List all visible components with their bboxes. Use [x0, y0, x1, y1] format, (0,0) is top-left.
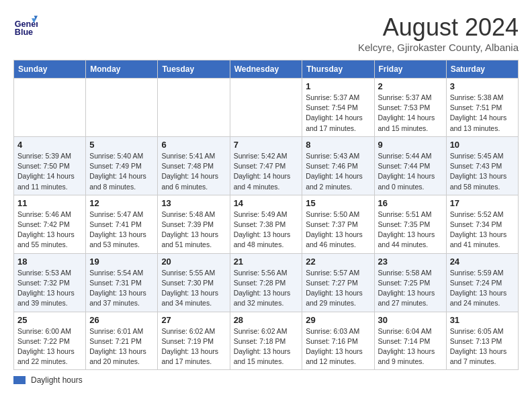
calendar-day-header: Thursday: [302, 60, 374, 79]
day-detail: Sunrise: 6:04 AM Sunset: 7:14 PM Dayligh…: [378, 326, 443, 367]
calendar-day-cell: 26Sunrise: 6:01 AM Sunset: 7:21 PM Dayli…: [86, 312, 158, 370]
day-detail: Sunrise: 5:43 AM Sunset: 7:46 PM Dayligh…: [306, 151, 370, 192]
calendar-day-cell: 7Sunrise: 5:42 AM Sunset: 7:47 PM Daylig…: [230, 136, 302, 195]
calendar-day-cell: 16Sunrise: 5:51 AM Sunset: 7:35 PM Dayli…: [374, 195, 446, 253]
calendar-day-cell: 6Sunrise: 5:41 AM Sunset: 7:48 PM Daylig…: [158, 136, 230, 195]
calendar-day-header: Saturday: [446, 60, 518, 79]
day-number: 17: [450, 198, 515, 208]
day-detail: Sunrise: 6:01 AM Sunset: 7:21 PM Dayligh…: [89, 326, 154, 367]
calendar-day-header: Friday: [374, 60, 446, 79]
day-detail: Sunrise: 5:53 AM Sunset: 7:32 PM Dayligh…: [17, 268, 82, 309]
day-number: 3: [450, 81, 515, 91]
day-number: 2: [378, 81, 443, 91]
day-detail: Sunrise: 6:02 AM Sunset: 7:19 PM Dayligh…: [161, 326, 226, 367]
day-detail: Sunrise: 5:48 AM Sunset: 7:39 PM Dayligh…: [161, 210, 226, 250]
calendar-day-cell: 4Sunrise: 5:39 AM Sunset: 7:50 PM Daylig…: [14, 136, 86, 195]
day-number: 1: [306, 81, 370, 91]
day-number: 19: [89, 257, 154, 267]
day-detail: Sunrise: 5:45 AM Sunset: 7:43 PM Dayligh…: [450, 151, 515, 192]
calendar-day-cell: 8Sunrise: 5:43 AM Sunset: 7:46 PM Daylig…: [302, 136, 374, 195]
day-detail: Sunrise: 6:05 AM Sunset: 7:13 PM Dayligh…: [450, 326, 515, 367]
calendar-day-cell: 5Sunrise: 5:40 AM Sunset: 7:49 PM Daylig…: [86, 136, 158, 195]
day-number: 16: [378, 198, 443, 208]
calendar-day-cell: 12Sunrise: 5:47 AM Sunset: 7:41 PM Dayli…: [86, 195, 158, 253]
calendar-table: SundayMondayTuesdayWednesdayThursdayFrid…: [13, 60, 519, 370]
calendar-header-row: SundayMondayTuesdayWednesdayThursdayFrid…: [14, 60, 519, 79]
legend-area: Daylight hours: [13, 375, 519, 385]
calendar-day-header: Tuesday: [158, 60, 230, 79]
day-detail: Sunrise: 5:50 AM Sunset: 7:37 PM Dayligh…: [306, 210, 370, 250]
day-number: 7: [234, 140, 299, 150]
calendar-day-cell: 30Sunrise: 6:04 AM Sunset: 7:14 PM Dayli…: [374, 312, 446, 370]
day-number: 28: [234, 315, 299, 325]
day-number: 13: [161, 198, 226, 208]
calendar-week-row: 1Sunrise: 5:37 AM Sunset: 7:54 PM Daylig…: [14, 79, 519, 137]
calendar-day-header: Wednesday: [230, 60, 302, 79]
calendar-day-cell: 1Sunrise: 5:37 AM Sunset: 7:54 PM Daylig…: [302, 79, 374, 137]
calendar-day-header: Monday: [86, 60, 158, 79]
calendar-week-row: 4Sunrise: 5:39 AM Sunset: 7:50 PM Daylig…: [14, 136, 519, 195]
day-number: 8: [306, 140, 370, 150]
day-number: 21: [234, 257, 299, 267]
page-header: General Blue August 2024 Kelcyre, Gjirok…: [13, 13, 519, 53]
day-number: 5: [89, 140, 154, 150]
day-number: 24: [450, 257, 515, 267]
day-detail: Sunrise: 5:47 AM Sunset: 7:41 PM Dayligh…: [89, 210, 154, 250]
day-number: 18: [17, 257, 82, 267]
day-number: 22: [306, 257, 370, 267]
day-detail: Sunrise: 5:40 AM Sunset: 7:49 PM Dayligh…: [89, 151, 154, 192]
calendar-day-cell: 25Sunrise: 6:00 AM Sunset: 7:22 PM Dayli…: [14, 312, 86, 370]
calendar-day-cell: 20Sunrise: 5:55 AM Sunset: 7:30 PM Dayli…: [158, 253, 230, 312]
day-number: 9: [378, 140, 443, 150]
calendar-day-cell: [158, 79, 230, 137]
day-number: 15: [306, 198, 370, 208]
day-number: 26: [89, 315, 154, 325]
day-number: 12: [89, 198, 154, 208]
day-detail: Sunrise: 5:41 AM Sunset: 7:48 PM Dayligh…: [161, 151, 226, 192]
calendar-day-cell: 17Sunrise: 5:52 AM Sunset: 7:34 PM Dayli…: [446, 195, 518, 253]
calendar-day-cell: 9Sunrise: 5:44 AM Sunset: 7:44 PM Daylig…: [374, 136, 446, 195]
legend-color-box: [13, 376, 26, 384]
day-detail: Sunrise: 5:58 AM Sunset: 7:25 PM Dayligh…: [378, 268, 443, 309]
calendar-day-cell: 11Sunrise: 5:46 AM Sunset: 7:42 PM Dayli…: [14, 195, 86, 253]
day-detail: Sunrise: 5:37 AM Sunset: 7:54 PM Dayligh…: [306, 93, 370, 134]
day-detail: Sunrise: 5:55 AM Sunset: 7:30 PM Dayligh…: [161, 268, 226, 309]
calendar-day-cell: 10Sunrise: 5:45 AM Sunset: 7:43 PM Dayli…: [446, 136, 518, 195]
day-detail: Sunrise: 5:38 AM Sunset: 7:51 PM Dayligh…: [450, 93, 515, 134]
day-detail: Sunrise: 5:44 AM Sunset: 7:44 PM Dayligh…: [378, 151, 443, 192]
calendar-body: 1Sunrise: 5:37 AM Sunset: 7:54 PM Daylig…: [14, 79, 519, 370]
calendar-day-header: Sunday: [14, 60, 86, 79]
calendar-week-row: 11Sunrise: 5:46 AM Sunset: 7:42 PM Dayli…: [14, 195, 519, 253]
day-detail: Sunrise: 5:52 AM Sunset: 7:34 PM Dayligh…: [450, 210, 515, 250]
calendar-day-cell: 13Sunrise: 5:48 AM Sunset: 7:39 PM Dayli…: [158, 195, 230, 253]
calendar-day-cell: 27Sunrise: 6:02 AM Sunset: 7:19 PM Dayli…: [158, 312, 230, 370]
calendar-day-cell: 3Sunrise: 5:38 AM Sunset: 7:51 PM Daylig…: [446, 79, 518, 137]
calendar-day-cell: 21Sunrise: 5:56 AM Sunset: 7:28 PM Dayli…: [230, 253, 302, 312]
calendar-day-cell: 18Sunrise: 5:53 AM Sunset: 7:32 PM Dayli…: [14, 253, 86, 312]
day-number: 23: [378, 257, 443, 267]
calendar-day-cell: [14, 79, 86, 137]
subtitle: Kelcyre, Gjirokaster County, Albania: [358, 42, 519, 53]
day-detail: Sunrise: 6:02 AM Sunset: 7:18 PM Dayligh…: [234, 326, 299, 367]
day-number: 6: [161, 140, 226, 150]
svg-text:Blue: Blue: [15, 28, 33, 37]
day-detail: Sunrise: 5:49 AM Sunset: 7:38 PM Dayligh…: [234, 210, 299, 250]
day-detail: Sunrise: 5:59 AM Sunset: 7:24 PM Dayligh…: [450, 268, 515, 309]
day-detail: Sunrise: 6:03 AM Sunset: 7:16 PM Dayligh…: [306, 326, 370, 367]
title-area: August 2024 Kelcyre, Gjirokaster County,…: [358, 13, 519, 53]
day-number: 30: [378, 315, 443, 325]
main-title: August 2024: [358, 13, 519, 42]
calendar-day-cell: 23Sunrise: 5:58 AM Sunset: 7:25 PM Dayli…: [374, 253, 446, 312]
day-number: 25: [17, 315, 82, 325]
calendar-day-cell: 31Sunrise: 6:05 AM Sunset: 7:13 PM Dayli…: [446, 312, 518, 370]
day-number: 10: [450, 140, 515, 150]
calendar-day-cell: 2Sunrise: 5:37 AM Sunset: 7:53 PM Daylig…: [374, 79, 446, 137]
day-detail: Sunrise: 5:37 AM Sunset: 7:53 PM Dayligh…: [378, 93, 443, 134]
calendar-day-cell: 24Sunrise: 5:59 AM Sunset: 7:24 PM Dayli…: [446, 253, 518, 312]
calendar-week-row: 25Sunrise: 6:00 AM Sunset: 7:22 PM Dayli…: [14, 312, 519, 370]
logo: General Blue: [13, 13, 38, 38]
day-number: 14: [234, 198, 299, 208]
day-detail: Sunrise: 5:57 AM Sunset: 7:27 PM Dayligh…: [306, 268, 370, 309]
calendar-day-cell: 28Sunrise: 6:02 AM Sunset: 7:18 PM Dayli…: [230, 312, 302, 370]
calendar-day-cell: [230, 79, 302, 137]
